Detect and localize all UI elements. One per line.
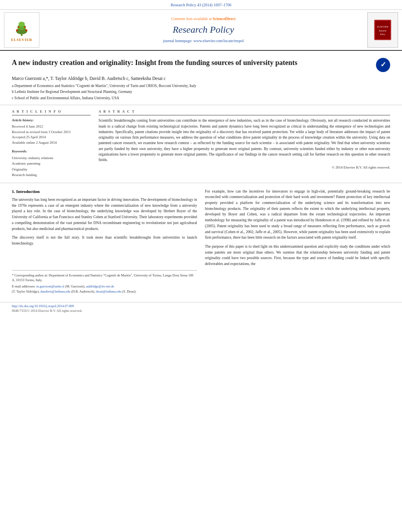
email1-link[interactable]: m.guerzoni@unito.it xyxy=(36,284,64,288)
sciencedirect-line: Contents lists available at ScienceDirec… xyxy=(171,16,235,22)
keywords-label: Keywords: xyxy=(12,149,91,154)
keyword-4: Research funding xyxy=(12,172,91,178)
authors-line: Marco Guerzoni a,*, T. Taylor Aldridge b… xyxy=(12,75,390,82)
journal-header: ELSEVIER Contents lists available at Sci… xyxy=(0,10,402,51)
elsevier-tree-icon xyxy=(10,18,34,37)
article-info-row: A R T I C L E I N F O Article history: R… xyxy=(0,105,402,183)
received-revised-line: Received in revised form 3 October 2013 xyxy=(12,130,91,135)
sciencedirect-label: Contents lists available at xyxy=(171,17,212,21)
rights-text: 0048-7333/© 2014 Elsevier B.V. All right… xyxy=(12,309,390,313)
keyword-2: Academic patenting xyxy=(12,161,91,166)
svg-point-7 xyxy=(24,26,26,28)
svg-point-3 xyxy=(19,22,25,26)
authors-text: Marco Guerzoni a,*, T. Taylor Aldridge b… xyxy=(12,76,166,81)
intro-paragraph-1: The university has long been recognized … xyxy=(12,197,197,232)
svg-text:Research: Research xyxy=(379,30,387,32)
affil-c: c School of Public and Environmental Aff… xyxy=(12,95,390,101)
sciencedirect-link[interactable]: ScienceDirect xyxy=(212,17,235,21)
page-footer: http://dx.doi.org/10.1016/j.respol.2014.… xyxy=(0,302,402,315)
abstract-label: A B S T R A C T xyxy=(99,109,390,116)
banner-text: Research Policy 43 (2014) 1697–1706 xyxy=(171,3,231,7)
right-logo-icon: ELSEVIER Research Policy xyxy=(371,18,395,42)
email4-link[interactable]: desai@indiana.edu xyxy=(96,289,121,293)
email2-link[interactable]: aaldridge@irs-net.de xyxy=(86,284,114,288)
abstract-section: A B S T R A C T Scientific breakthroughs… xyxy=(99,109,390,178)
section-number: 1. xyxy=(12,189,16,194)
svg-point-6 xyxy=(18,26,19,28)
email-label: E-mail addresses: xyxy=(12,284,36,288)
footnote-star: * Corresponding author at: Department of… xyxy=(12,273,197,283)
email3-link[interactable]: daudrets@indiana.edu xyxy=(41,289,71,293)
doi-link[interactable]: http://dx.doi.org/10.1016/j.respol.2014.… xyxy=(12,304,390,309)
right-paragraph-1: For example, how can the incentives for … xyxy=(205,189,390,241)
section-title: Introduction xyxy=(16,189,40,194)
footnote-email-line: E-mail addresses: m.guerzoni@unito.it (M… xyxy=(12,284,197,294)
intro-heading: 1. Introduction xyxy=(12,189,197,195)
footnote-area: * Corresponding author at: Department of… xyxy=(12,270,197,294)
article-header: A new industry creation and originality:… xyxy=(0,51,402,105)
email3-name: (D.B. Audretsch), xyxy=(71,289,95,293)
journal-citation-banner: Research Policy 43 (2014) 1697–1706 xyxy=(0,0,402,10)
elsevier-text-label: ELSEVIER xyxy=(11,37,32,43)
journal-title: Research Policy xyxy=(173,23,234,37)
email1-name: (M. Guerzoni), xyxy=(65,284,85,288)
crossmark-logo: ✓ xyxy=(376,58,390,72)
keywords-list: University–industry relations Academic p… xyxy=(12,155,91,178)
main-body: 1. Introduction The university has long … xyxy=(0,183,402,302)
intro-paragraph-2: The discovery itself is not the full sto… xyxy=(12,235,197,246)
history-label: Article history: xyxy=(12,118,91,123)
accepted-line: Accepted 25 April 2014 xyxy=(12,135,91,140)
affiliations: a Department of Economics and Statistics… xyxy=(12,83,390,101)
svg-text:Policy: Policy xyxy=(380,33,385,35)
elsevier-logo: ELSEVIER xyxy=(4,12,39,48)
right-paragraph-2: The purpose of this paper is to shed lig… xyxy=(205,244,390,267)
journal-center-info: Contents lists available at ScienceDirec… xyxy=(43,12,363,48)
affil-a: a Department of Economics and Statistics… xyxy=(12,83,390,89)
keyword-1: University–industry relations xyxy=(12,155,91,161)
article-title: A new industry creation and originality:… xyxy=(12,58,372,67)
body-left-column: 1. Introduction The university has long … xyxy=(12,189,197,294)
svg-point-4 xyxy=(16,29,18,31)
email2-name: (T. Taylor Aldridge), xyxy=(12,289,39,293)
received-line: Received 4 June 2012 xyxy=(12,124,91,129)
email4-name: (S. Desai). xyxy=(122,289,136,293)
svg-text:ELSEVIER: ELSEVIER xyxy=(377,26,388,28)
svg-point-5 xyxy=(26,29,28,31)
article-title-row: A new industry creation and originality:… xyxy=(12,58,390,72)
journal-right-logo: ELSEVIER Research Policy xyxy=(367,12,398,48)
keyword-3: Originality xyxy=(12,167,91,172)
copyright-line: © 2014 Elsevier B.V. All rights reserved… xyxy=(99,165,390,170)
available-online-line: Available online 2 August 2014 xyxy=(12,140,91,145)
homepage-link[interactable]: www.elsevier.com/locate/respol xyxy=(194,39,244,43)
journal-homepage-line: journal homepage: www.elsevier.com/locat… xyxy=(163,38,244,44)
homepage-label: journal homepage: xyxy=(163,39,194,43)
article-info-label: A R T I C L E I N F O xyxy=(12,109,91,116)
body-right-column: For example, how can the incentives for … xyxy=(205,189,390,294)
abstract-text: Scientific breakthroughs coming from uni… xyxy=(99,118,390,163)
article-info-left: A R T I C L E I N F O Article history: R… xyxy=(12,109,91,178)
affil-b: b Leibniz Institute for Regional Develop… xyxy=(12,89,390,95)
